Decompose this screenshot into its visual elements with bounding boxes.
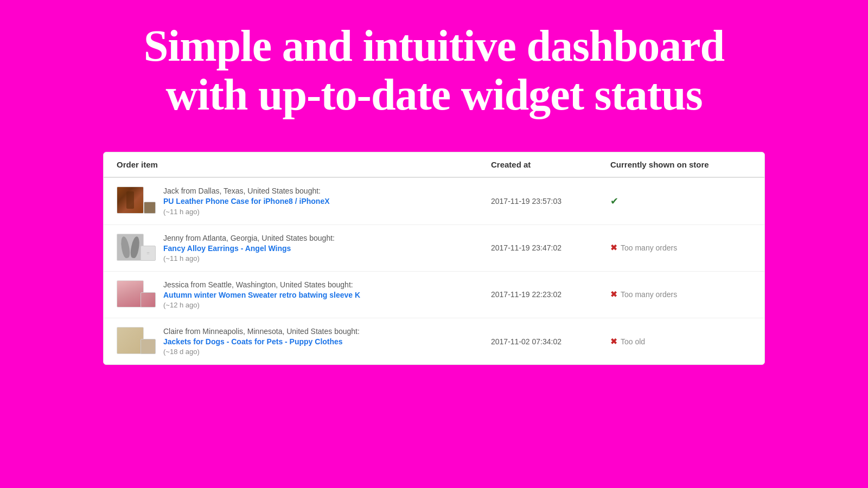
table-row: Jack from Dallas, Texas, United States b… — [104, 178, 764, 224]
time-ago: (~12 h ago) — [163, 301, 360, 309]
order-text: Jenny from Atlanta, Georgia, United Stat… — [163, 234, 335, 262]
created-at: 2017-11-19 23:57:03 — [491, 197, 610, 206]
status-cell: ✔ — [610, 195, 751, 207]
order-item-cell: Jessica from Seattle, Washington, United… — [117, 280, 491, 309]
created-at: 2017-11-19 22:23:02 — [491, 290, 610, 299]
product-image-secondary — [141, 292, 156, 307]
product-image-secondary — [144, 202, 156, 214]
status-error-icon: ✖ — [610, 337, 617, 346]
time-ago: (~11 h ago) — [163, 254, 335, 262]
buyer-name: Jack from Dallas, Texas, United States b… — [163, 187, 330, 195]
product-image-main — [117, 280, 144, 307]
product-image-main — [117, 234, 144, 261]
status-error-text: Too many orders — [621, 243, 677, 252]
product-images: ≡ — [117, 234, 156, 261]
order-item-cell: Claire from Minneapolis, Minnesota, Unit… — [117, 327, 491, 356]
status-error-icon: ✖ — [610, 243, 617, 253]
product-images — [117, 327, 156, 354]
status-cell: ✖ Too many orders — [610, 243, 751, 253]
time-ago: (~18 d ago) — [163, 348, 360, 356]
order-item-cell: Jack from Dallas, Texas, United States b… — [117, 187, 491, 215]
buyer-name: Jessica from Seattle, Washington, United… — [163, 280, 360, 289]
product-name: PU Leather Phone Case for iPhone8 / iPho… — [163, 196, 330, 206]
col-header-created-at: Created at — [491, 160, 610, 169]
hero-title: Simple and intuitive dashboard with up-t… — [144, 22, 724, 119]
col-header-order-item: Order item — [117, 160, 491, 169]
status-error-icon: ✖ — [610, 290, 617, 299]
created-at: 2017-11-02 07:34:02 — [491, 337, 610, 346]
table-row: Claire from Minneapolis, Minnesota, Unit… — [104, 318, 764, 364]
status-error-text: Too many orders — [621, 290, 677, 299]
product-image-secondary — [141, 339, 156, 354]
order-text: Jessica from Seattle, Washington, United… — [163, 280, 360, 309]
order-item-cell: ≡ Jenny from Atlanta, Georgia, United St… — [117, 234, 491, 262]
product-image-main — [117, 327, 144, 354]
product-name: Autumn winter Women Sweater retro batwin… — [163, 290, 360, 300]
table-row: ≡ Jenny from Atlanta, Georgia, United St… — [104, 225, 764, 272]
buyer-name: Jenny from Atlanta, Georgia, United Stat… — [163, 234, 335, 242]
product-images — [117, 187, 156, 214]
status-cell: ✖ Too many orders — [610, 290, 751, 299]
time-ago: (~11 h ago) — [163, 208, 330, 216]
table-header: Order item Created at Currently shown on… — [104, 152, 764, 178]
table-row: Jessica from Seattle, Washington, United… — [104, 272, 764, 318]
product-name: Jackets for Dogs - Coats for Pets - Pupp… — [163, 337, 360, 346]
dashboard-table: Order item Created at Currently shown on… — [103, 152, 765, 365]
product-images — [117, 280, 156, 307]
status-cell: ✖ Too old — [610, 337, 751, 346]
product-image-secondary: ≡ — [141, 246, 156, 261]
col-header-currently-shown: Currently shown on store — [610, 160, 751, 169]
product-name: Fancy Alloy Earrings - Angel Wings — [163, 243, 335, 253]
product-image-main — [117, 187, 144, 214]
buyer-name: Claire from Minneapolis, Minnesota, Unit… — [163, 327, 360, 336]
status-ok-icon: ✔ — [610, 195, 618, 207]
order-text: Jack from Dallas, Texas, United States b… — [163, 187, 330, 215]
status-error-text: Too old — [621, 337, 645, 346]
created-at: 2017-11-19 23:47:02 — [491, 243, 610, 252]
order-text: Claire from Minneapolis, Minnesota, Unit… — [163, 327, 360, 356]
